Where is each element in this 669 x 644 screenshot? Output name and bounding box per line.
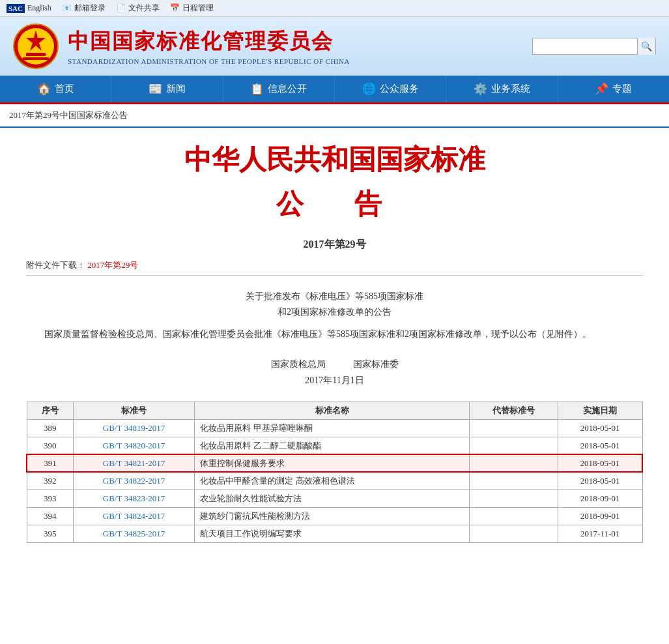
calendar-label: 日程管理: [182, 3, 214, 14]
row-id: 394: [27, 507, 73, 525]
main-content: 中华人民共和国国家标准 公 告 2017年第29号 附件文件下载： 2017年第…: [0, 128, 669, 556]
row-name: 建筑纱门窗抗风性能检测方法: [195, 507, 470, 525]
table-row: 395GB/T 34825-2017航天项目工作说明编写要求2017-11-01: [27, 525, 642, 542]
table-row: 390GB/T 34820-2017化妆品用原料 乙二醇二硬脂酸酯2018-05…: [27, 437, 642, 454]
row-date: 2018-05-01: [558, 437, 642, 454]
row-date: 2018-05-01: [558, 419, 642, 437]
col-header-id: 序号: [27, 402, 73, 419]
mail-label: 邮箱登录: [74, 3, 106, 14]
doc-title-line1: 中华人民共和国国家标准: [26, 141, 643, 179]
attachment-line: 附件文件下载： 2017年第29号: [26, 259, 643, 276]
standard-link[interactable]: GB/T 34820-2017: [103, 441, 165, 450]
calendar-icon: 📅: [170, 3, 180, 13]
flag-icon: SAC: [7, 4, 25, 13]
nav-info-label: 信息公开: [268, 83, 307, 95]
table-body: 389GB/T 34819-2017化妆品用原料 甲基异噻唑啉酮2018-05-…: [27, 419, 642, 542]
search-input[interactable]: [533, 40, 637, 53]
row-replaces: [469, 507, 558, 525]
row-id: 393: [27, 490, 73, 507]
english-label: English: [27, 3, 51, 13]
row-name: 化妆品用原料 甲基异噻唑啉酮: [195, 419, 470, 437]
col-header-replaces: 代替标准号: [469, 402, 558, 419]
row-name: 化妆品用原料 乙二醇二硬脂酸酯: [195, 437, 470, 454]
row-id: 395: [27, 525, 73, 542]
org-name-cn: 中国国家标准化管理委员会: [68, 27, 350, 56]
svg-rect-3: [26, 53, 46, 56]
header-title-block: 中国国家标准化管理委员会 STANDARDIZATION ADMINISTRAT…: [68, 27, 350, 65]
row-replaces: [469, 454, 558, 472]
row-date: 2017-11-01: [558, 525, 642, 542]
row-date: 2018-09-01: [558, 507, 642, 525]
row-replaces: [469, 490, 558, 507]
attachment-prefix: 附件文件下载：: [26, 260, 85, 270]
svg-rect-4: [23, 57, 49, 60]
special-icon: 📌: [595, 82, 608, 96]
info-icon: 📋: [250, 82, 264, 96]
row-id: 392: [27, 472, 73, 490]
notice-body: 国家质量监督检验检疫总局、国家标准化管理委员会批准《标准电压》等585项国家标准…: [26, 326, 643, 342]
row-date: 2018-05-01: [558, 454, 642, 472]
row-name: 体重控制保健服务要求: [195, 454, 470, 472]
notice-title: 关于批准发布《标准电压》等585项国家标准 和2项国家标准修改单的公告: [26, 289, 643, 320]
row-name: 化妆品中甲醛含量的测定 高效液相色谱法: [195, 472, 470, 490]
sig-line2: 2017年11月1日: [26, 372, 643, 388]
row-date: 2018-09-01: [558, 490, 642, 507]
row-id: 391: [27, 454, 73, 472]
col-header-code: 标准号: [73, 402, 194, 419]
notice-title-line1: 关于批准发布《标准电压》等585项国家标准: [246, 291, 423, 301]
row-code[interactable]: GB/T 34820-2017: [73, 437, 194, 454]
nav-special-label: 专题: [612, 83, 632, 95]
nav-info[interactable]: 📋 信息公开: [223, 76, 335, 102]
row-code[interactable]: GB/T 34821-2017: [73, 454, 194, 472]
national-emblem: [13, 23, 59, 69]
breadcrumb: 2017年第29号中国国家标准公告: [0, 104, 669, 128]
table-row: 392GB/T 34822-2017化妆品中甲醛含量的测定 高效液相色谱法201…: [27, 472, 642, 490]
table-row: 394GB/T 34824-2017建筑纱门窗抗风性能检测方法2018-09-0…: [27, 507, 642, 525]
standards-table: 序号 标准号 标准名称 代替标准号 实施日期 389GB/T 34819-201…: [26, 402, 643, 543]
nav-special[interactable]: 📌 专题: [558, 76, 669, 102]
language-switcher[interactable]: SAC English: [7, 3, 51, 13]
row-name: 航天项目工作说明编写要求: [195, 525, 470, 542]
nav-home[interactable]: 🏠 首页: [0, 76, 111, 102]
nav-public-label: 公众服务: [380, 83, 419, 95]
table-header: 序号 标准号 标准名称 代替标准号 实施日期: [27, 402, 642, 419]
org-name-en: STANDARDIZATION ADMINISTRATION OF THE PE…: [68, 57, 350, 65]
search-box: 🔍: [532, 38, 656, 55]
home-icon: 🏠: [37, 82, 51, 96]
news-icon: 📰: [149, 82, 162, 96]
file-link[interactable]: 📄 文件共享: [116, 3, 160, 14]
nav-business-label: 业务系统: [491, 83, 530, 95]
row-code[interactable]: GB/T 34819-2017: [73, 419, 194, 437]
notice-title-line2: 和2项国家标准修改单的公告: [278, 307, 391, 317]
row-id: 389: [27, 419, 73, 437]
col-header-name: 标准名称: [195, 402, 470, 419]
calendar-link[interactable]: 📅 日程管理: [170, 3, 214, 14]
business-icon: ⚙️: [474, 82, 487, 96]
doc-number: 2017年第29号: [26, 238, 643, 252]
standard-link[interactable]: GB/T 34822-2017: [103, 476, 165, 486]
nav-news-label: 新闻: [166, 83, 186, 95]
row-replaces: [469, 472, 558, 490]
standard-link[interactable]: GB/T 34824-2017: [103, 511, 165, 521]
row-replaces: [469, 437, 558, 454]
attachment-link[interactable]: 2017年第29号: [87, 260, 138, 270]
nav-news[interactable]: 📰 新闻: [111, 76, 223, 102]
row-replaces: [469, 525, 558, 542]
sig-line1: 国家质检总局 国家标准委: [26, 356, 643, 372]
standard-link[interactable]: GB/T 34823-2017: [103, 493, 165, 503]
mail-link[interactable]: 📧 邮箱登录: [62, 3, 106, 14]
standard-link[interactable]: GB/T 34825-2017: [103, 529, 165, 538]
row-code[interactable]: GB/T 34824-2017: [73, 507, 194, 525]
col-header-date: 实施日期: [558, 402, 642, 419]
public-icon: 🌐: [362, 82, 376, 96]
row-code[interactable]: GB/T 34822-2017: [73, 472, 194, 490]
nav-home-label: 首页: [55, 83, 74, 95]
search-button[interactable]: 🔍: [637, 38, 655, 55]
standard-link[interactable]: GB/T 34819-2017: [103, 423, 165, 433]
row-code[interactable]: GB/T 34825-2017: [73, 525, 194, 542]
file-label: 文件共享: [128, 3, 160, 14]
nav-public[interactable]: 🌐 公众服务: [335, 76, 446, 102]
standard-link[interactable]: GB/T 34821-2017: [103, 458, 165, 468]
nav-business[interactable]: ⚙️ 业务系统: [446, 76, 558, 102]
row-code[interactable]: GB/T 34823-2017: [73, 490, 194, 507]
